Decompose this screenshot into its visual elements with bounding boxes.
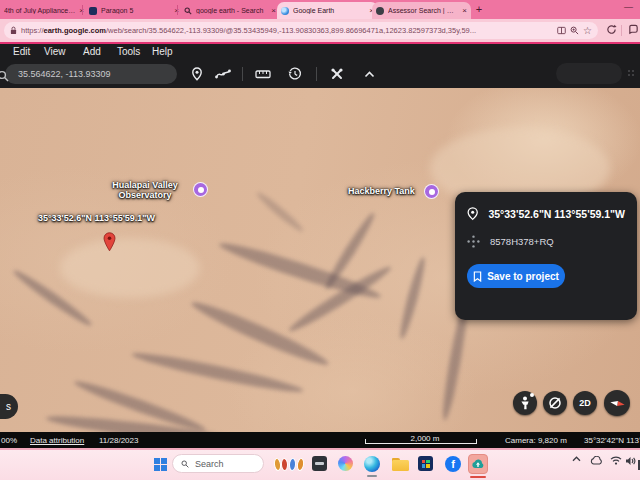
observatory-poi-icon[interactable] [193, 182, 208, 197]
earth-menu-bar: Edit View Add Tools Help [0, 44, 640, 60]
store-pane [426, 464, 430, 468]
tab-title: google earth - Search [196, 7, 267, 14]
poi-label-observatory[interactable]: Hualapai Valley Observatory [98, 180, 192, 200]
visibility-off-icon [548, 396, 562, 410]
earth-status-bar: 00% Data attribution 11/28/2023 2,000 m … [0, 432, 640, 448]
card-coordinates: 35°33'52.6"N 113°55'59.1"W [488, 208, 625, 220]
draw-path-icon[interactable] [214, 66, 232, 82]
windows-taskbar: Search f [0, 450, 640, 480]
save-bookmark-icon [473, 271, 482, 282]
browser-tab-strip: 4th of July Appliance Sal × Paragon 5 × … [0, 0, 640, 19]
tab-paragon[interactable]: Paragon 5 × [85, 2, 183, 19]
scale-bar [365, 443, 477, 444]
scale-tick [476, 439, 477, 444]
card-plus-code: 8578H378+RQ [490, 236, 554, 247]
oval-shape [296, 458, 305, 472]
terrain-highlight [60, 238, 200, 298]
menu-edit[interactable]: Edit [13, 46, 30, 57]
lock-icon[interactable] [10, 26, 17, 35]
start-button[interactable] [154, 458, 167, 471]
colorful-app-icon[interactable] [274, 458, 306, 472]
refresh-sync-icon[interactable] [606, 24, 617, 37]
earth-app-header: Edit View Add Tools Help 35.564622, -113… [0, 44, 640, 88]
assessor-favicon-icon [376, 7, 384, 15]
poi-label-hackberry[interactable]: Hackberry Tank [348, 186, 415, 196]
favorite-star-icon[interactable]: ☆ [583, 25, 592, 36]
menu-view[interactable]: View [44, 46, 66, 57]
browser-extras-icon[interactable] [628, 24, 639, 37]
oval-shape [289, 458, 297, 471]
cloud-upload-icon [471, 459, 485, 469]
header-right-pill[interactable] [556, 63, 622, 84]
copilot-icon[interactable] [338, 456, 353, 471]
ruler-icon[interactable] [254, 66, 272, 82]
historical-imagery-icon[interactable] [286, 66, 304, 82]
taskbar-search[interactable]: Search [172, 454, 264, 473]
location-pin-icon [467, 206, 478, 221]
address-bar[interactable]: https://earth.google.com/web/search/35.5… [4, 22, 598, 39]
place-info-card: 35°33'52.6"N 113°55'59.1"W 8578H378+RQ S… [455, 192, 637, 320]
visibility-off-button[interactable] [543, 391, 567, 415]
menu-add[interactable]: Add [83, 46, 101, 57]
new-tab-button[interactable]: + [472, 2, 486, 17]
start-pane [154, 458, 160, 464]
apps-grid-icon[interactable] [627, 69, 636, 78]
onedrive-icon[interactable] [590, 456, 603, 465]
placemark-pin-icon[interactable] [103, 232, 116, 256]
facebook-icon[interactable]: f [445, 456, 461, 472]
volume-icon[interactable] [625, 456, 636, 466]
tank-poi-icon[interactable] [424, 184, 439, 199]
pegman-icon [519, 396, 531, 410]
earth-search-input[interactable]: 35.564622, -113.93309 [5, 64, 177, 84]
clipped-layers-button[interactable]: s [0, 394, 18, 419]
tab-title: Assessor Search | Moha [388, 7, 458, 14]
search-icon [181, 460, 189, 468]
start-pane [161, 465, 167, 471]
placemark-icon[interactable] [188, 66, 206, 82]
tab-search[interactable]: google earth - Search × [180, 2, 280, 19]
tab-appliance[interactable]: 4th of July Appliance Sal × [0, 2, 88, 19]
clipped-button-text: s [6, 401, 11, 412]
zoom-percent: 00% [1, 436, 17, 445]
edge-icon[interactable] [364, 456, 380, 472]
edge-active-indicator [367, 475, 377, 477]
search-value: 35.564622, -113.93309 [18, 69, 110, 79]
window-minimize-button[interactable]: — [624, 2, 633, 12]
cloud-backup-app-icon[interactable] [468, 454, 488, 474]
terrain-wash [131, 348, 305, 397]
2d-toggle-button[interactable]: 2D [573, 391, 597, 415]
collapse-toolbar-chevron-icon[interactable] [360, 66, 378, 82]
browser-address-row: https://earth.google.com/web/search/35.5… [0, 19, 640, 42]
tab-title: Google Earth [293, 7, 365, 14]
tab-close-icon[interactable]: × [462, 6, 467, 15]
tray-chevron-icon[interactable] [572, 456, 581, 462]
dark-app-icon[interactable] [312, 456, 327, 471]
split-screen-icon[interactable] [557, 26, 566, 35]
address-divider [621, 25, 622, 36]
pegman-button[interactable] [513, 391, 537, 415]
map-canvas[interactable]: Hualapai Valley Observatory Hackberry Ta… [0, 88, 640, 432]
pointer-coordinates: 35°32'42"N 113°56'3 [584, 436, 640, 445]
terrain-wash [254, 190, 305, 235]
zoom-in-icon[interactable] [570, 26, 579, 35]
store-app-icon[interactable] [418, 456, 433, 471]
data-attribution-link[interactable]: Data attribution [30, 436, 84, 445]
tab-title: 4th of July Appliance Sal [4, 7, 75, 14]
search-favicon-icon [184, 7, 192, 15]
menu-tools[interactable]: Tools [117, 46, 140, 57]
menu-help[interactable]: Help [152, 46, 173, 57]
tab-assessor[interactable]: Assessor Search | Moha × [372, 2, 471, 19]
folder-body [392, 460, 409, 471]
tab-close-icon[interactable]: × [271, 6, 276, 15]
compass-button[interactable] [604, 390, 630, 416]
terrain-wash [188, 296, 331, 371]
poi-dot [429, 189, 435, 195]
tab-separator [177, 5, 178, 15]
save-to-project-button[interactable]: Save to project [467, 264, 565, 288]
search-icon [0, 68, 9, 86]
wifi-icon[interactable] [610, 456, 622, 465]
file-explorer-icon[interactable] [392, 458, 409, 471]
tab-google-earth[interactable]: Google Earth × [277, 2, 378, 19]
camera-altitude: Camera: 9,820 m [505, 436, 567, 445]
crossed-tools-icon[interactable] [328, 66, 346, 82]
